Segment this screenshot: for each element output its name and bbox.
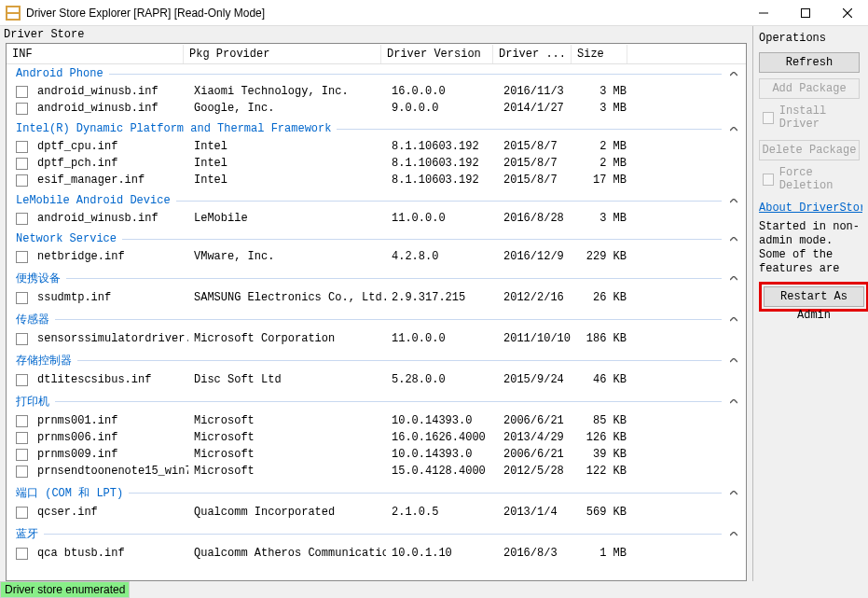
driver-row[interactable]: netbridge.infVMware, Inc.4.2.8.02016/12/… — [7, 248, 746, 265]
row-checkbox[interactable] — [16, 507, 28, 519]
row-checkbox[interactable] — [16, 449, 28, 461]
row-checkbox[interactable] — [16, 415, 28, 427]
group-header[interactable]: 打印机 — [7, 391, 746, 412]
chevron-up-icon[interactable] — [727, 313, 740, 327]
cell-size: 46 KB — [576, 373, 632, 386]
driver-row[interactable]: sensorssimulatordriver.infMicrosoft Corp… — [7, 330, 746, 347]
cell-inf: prnsendtoonenote15_win7.inf — [32, 465, 188, 478]
cell-size: 229 KB — [576, 250, 632, 263]
about-link[interactable]: About DriverStoreExpl — [759, 202, 862, 215]
row-checkbox[interactable] — [16, 103, 28, 115]
row-checkbox[interactable] — [16, 292, 28, 304]
cell-version: 11.0.0.0 — [386, 212, 498, 225]
restart-highlight: Restart As Admin — [759, 282, 868, 312]
chevron-up-icon[interactable] — [727, 194, 740, 207]
cell-provider: SAMSUNG Electronics Co., Ltd. — [188, 291, 386, 304]
group-name: 打印机 — [16, 394, 49, 410]
cell-size: 3 MB — [576, 85, 632, 98]
group-header[interactable]: Network Service — [7, 229, 746, 248]
driver-row[interactable]: android_winusb.infXiaomi Technology, Inc… — [7, 83, 746, 100]
cell-date: 2013/1/4 — [498, 506, 576, 519]
driver-row[interactable]: dptf_cpu.infIntel8.1.10603.1922015/8/72 … — [7, 138, 746, 155]
driver-row[interactable]: dtlitescsibus.infDisc Soft Ltd5.28.0.020… — [7, 371, 746, 388]
chevron-up-icon[interactable] — [727, 232, 740, 245]
col-date[interactable]: Driver ... — [493, 45, 572, 63]
row-checkbox[interactable] — [16, 86, 28, 98]
chevron-up-icon[interactable] — [727, 67, 740, 80]
driver-row[interactable]: qca btusb.infQualcomm Atheros Communicat… — [7, 545, 746, 562]
group-line — [129, 493, 722, 494]
refresh-button[interactable]: Refresh — [759, 52, 860, 73]
driver-store-label: Driver Store — [0, 26, 752, 43]
driver-row[interactable]: esif_manager.infIntel8.1.10603.1922015/8… — [7, 172, 746, 188]
col-version[interactable]: Driver Version — [381, 45, 493, 63]
driver-row[interactable]: android_winusb.infGoogle, Inc.9.0.0.0201… — [7, 100, 746, 117]
row-checkbox[interactable] — [16, 158, 28, 170]
row-checkbox[interactable] — [16, 432, 28, 444]
driver-row[interactable]: prnms006.infMicrosoft16.0.1626.40002013/… — [7, 429, 746, 446]
group-header[interactable]: LeMobile Android Device — [7, 191, 746, 210]
cell-size: 39 KB — [576, 448, 632, 461]
cell-date: 2015/9/24 — [498, 373, 576, 386]
cell-provider: Microsoft — [188, 448, 386, 461]
group-header[interactable]: 传感器 — [7, 309, 746, 330]
cell-inf: qcser.inf — [32, 506, 188, 519]
chevron-up-icon[interactable] — [727, 396, 740, 409]
row-checkbox[interactable] — [16, 333, 28, 345]
group-line — [66, 278, 722, 279]
group-header[interactable]: Android Phone — [7, 64, 746, 83]
group-line — [44, 534, 722, 535]
cell-date: 2016/8/3 — [498, 547, 576, 560]
driver-row[interactable]: prnms001.infMicrosoft10.0.14393.02006/6/… — [7, 412, 746, 429]
driver-row[interactable]: qcser.infQualcomm Incorporated2.1.0.5201… — [7, 504, 746, 521]
row-checkbox[interactable] — [16, 213, 28, 225]
restart-as-admin-button[interactable]: Restart As Admin — [764, 286, 864, 307]
group-header[interactable]: 存储控制器 — [7, 350, 746, 371]
cell-date: 2012/2/16 — [498, 291, 576, 304]
driver-row[interactable]: prnsendtoonenote15_win7.infMicrosoft15.0… — [7, 463, 746, 480]
row-checkbox[interactable] — [16, 141, 28, 153]
cell-date: 2012/5/28 — [498, 465, 576, 478]
chevron-up-icon[interactable] — [727, 487, 740, 500]
group-name: 便携设备 — [16, 271, 61, 286]
close-button[interactable] — [826, 0, 868, 26]
cell-date: 2014/1/27 — [498, 102, 576, 115]
col-size[interactable]: Size — [572, 45, 627, 63]
driver-row[interactable]: prnms009.infMicrosoft10.0.14393.02006/6/… — [7, 446, 746, 463]
group-header[interactable]: 端口 (COM 和 LPT) — [7, 482, 746, 504]
chevron-up-icon[interactable] — [727, 528, 740, 541]
window-title: Driver Store Explorer [RAPR] [Read-Only … — [26, 7, 742, 20]
cell-provider: Qualcomm Incorporated — [188, 506, 386, 519]
chevron-up-icon[interactable] — [727, 355, 740, 368]
row-checkbox[interactable] — [16, 374, 28, 386]
driver-row[interactable]: dptf_pch.infIntel8.1.10603.1922015/8/72 … — [7, 155, 746, 172]
col-inf[interactable]: INF — [7, 45, 184, 63]
chevron-up-icon[interactable] — [727, 122, 740, 135]
status-text: Driver store enumerated — [0, 581, 130, 598]
driver-row[interactable]: android_winusb.infLeMobile11.0.0.02016/8… — [7, 210, 746, 227]
delete-package-button: Delete Package — [759, 140, 860, 160]
chevron-up-icon[interactable] — [727, 272, 740, 285]
cell-size: 1 MB — [576, 547, 632, 560]
group-header[interactable]: 便携设备 — [7, 268, 746, 289]
driver-row[interactable]: ssudmtp.infSAMSUNG Electronics Co., Ltd.… — [7, 289, 746, 306]
row-checkbox[interactable] — [16, 548, 28, 560]
cell-version: 10.0.14393.0 — [386, 414, 498, 427]
row-checkbox[interactable] — [16, 466, 28, 478]
row-checkbox[interactable] — [16, 174, 28, 187]
minimize-button[interactable] — [742, 0, 784, 26]
group-line — [77, 360, 722, 361]
cell-version: 9.0.0.0 — [386, 102, 498, 115]
operations-label: Operations — [759, 30, 862, 47]
list-body[interactable]: Android Phoneandroid_winusb.infXiaomi Te… — [7, 64, 746, 580]
group-header[interactable]: 蓝牙 — [7, 523, 746, 545]
group-name: 存储控制器 — [16, 353, 72, 369]
cell-date: 2016/8/28 — [498, 212, 576, 225]
row-checkbox[interactable] — [16, 251, 28, 263]
cell-size: 2 MB — [576, 140, 632, 153]
col-provider[interactable]: Pkg Provider — [184, 45, 381, 63]
cell-size: 85 KB — [576, 414, 632, 427]
cell-size: 3 MB — [576, 102, 632, 115]
maximize-button[interactable] — [784, 0, 826, 26]
group-header[interactable]: Intel(R) Dynamic Platform and Thermal Fr… — [7, 119, 746, 138]
